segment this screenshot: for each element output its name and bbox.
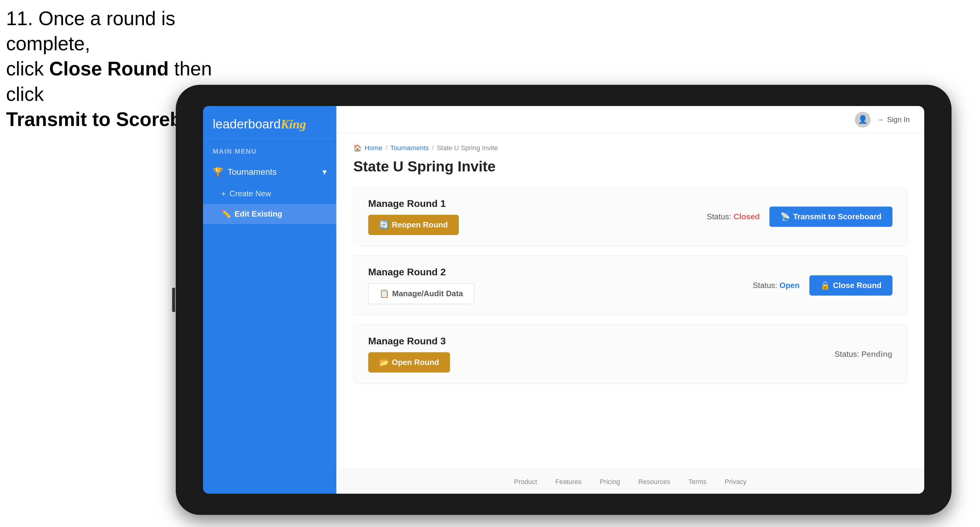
transmit-scoreboard-button[interactable]: 📡 Transmit to Scoreboard xyxy=(769,206,892,227)
edit-icon: ✏️ xyxy=(221,209,231,219)
footer-product[interactable]: Product xyxy=(514,478,537,486)
plus-icon: + xyxy=(221,189,226,198)
app-logo: leaderboardKing xyxy=(213,117,327,132)
round-3-left: Manage Round 3 📂 Open Round xyxy=(368,336,450,373)
round-1-status-value: Closed xyxy=(733,212,760,221)
footer-pricing[interactable]: Pricing xyxy=(600,478,620,486)
sidebar-item-edit-existing[interactable]: ✏️ Edit Existing xyxy=(203,204,336,224)
breadcrumb-current: State U Spring Invite xyxy=(437,144,498,152)
manage-audit-label: Manage/Audit Data xyxy=(392,289,463,298)
tournaments-nav-label: Tournaments xyxy=(228,167,277,177)
breadcrumb: 🏠 Home / Tournaments / State U Spring In… xyxy=(353,144,907,152)
close-round-label: Close Round xyxy=(833,281,881,290)
round-2-section: Manage Round 2 📋 Manage/Audit Data Statu… xyxy=(353,255,907,315)
round-2-status-label: Status: xyxy=(753,281,777,290)
instruction-line2: click xyxy=(6,58,49,79)
sidebar-item-create-new[interactable]: + Create New xyxy=(203,184,336,204)
instruction-line1: 11. Once a round is complete, xyxy=(6,8,175,54)
round-2-title: Manage Round 2 xyxy=(368,267,474,278)
round-1-status-label: Status: xyxy=(707,212,731,221)
open-round-button[interactable]: 📂 Open Round xyxy=(368,352,450,373)
close-round-icon: 🔒 xyxy=(820,281,830,290)
edit-existing-label: Edit Existing xyxy=(235,209,282,219)
logo-brand: King xyxy=(281,117,306,131)
manage-audit-button[interactable]: 📋 Manage/Audit Data xyxy=(368,283,474,304)
reopen-icon: 🔄 xyxy=(379,220,389,230)
reopen-round-button[interactable]: 🔄 Reopen Round xyxy=(368,215,459,235)
footer-terms[interactable]: Terms xyxy=(689,478,707,486)
sign-in-label: Sign In xyxy=(887,115,910,124)
reopen-round-label: Reopen Round xyxy=(392,220,448,230)
footer-features[interactable]: Features xyxy=(555,478,582,486)
open-round-label: Open Round xyxy=(392,358,439,367)
round-3-status-value: Pending xyxy=(861,349,892,359)
avatar: 👤 xyxy=(855,112,870,127)
round-2-right: Status: Open 🔒 Close Round xyxy=(753,275,892,295)
breadcrumb-tournaments[interactable]: Tournaments xyxy=(390,144,429,152)
content-area: 🏠 Home / Tournaments / State U Spring In… xyxy=(336,133,924,470)
close-round-button[interactable]: 🔒 Close Round xyxy=(810,275,892,295)
trophy-icon: 🏆 xyxy=(213,167,223,177)
round-3-status-label: Status: xyxy=(835,349,859,359)
breadcrumb-sep1: / xyxy=(385,144,387,152)
round-3-title: Manage Round 3 xyxy=(368,336,450,347)
round-3-section: Manage Round 3 📂 Open Round Status: Pend… xyxy=(353,324,907,384)
round-1-right: Status: Closed 📡 Transmit to Scoreboard xyxy=(707,206,892,227)
header-bar: 👤 → Sign In xyxy=(336,106,924,133)
tablet-screen: leaderboardKing MAIN MENU 🏆 Tournaments … xyxy=(203,106,924,494)
footer-privacy[interactable]: Privacy xyxy=(725,478,746,486)
breadcrumb-home[interactable]: Home xyxy=(364,144,382,152)
round-2-status: Status: Open xyxy=(753,281,800,290)
logo-area: leaderboardKing xyxy=(203,106,336,139)
round-1-status: Status: Closed xyxy=(707,212,760,221)
round-1-title: Manage Round 1 xyxy=(368,198,459,209)
page-title: State U Spring Invite xyxy=(353,158,907,175)
transmit-icon: 📡 xyxy=(780,212,790,221)
create-new-label: Create New xyxy=(229,189,271,198)
round-2-left: Manage Round 2 📋 Manage/Audit Data xyxy=(368,267,474,304)
instruction-bold1: Close Round xyxy=(49,58,169,79)
sidebar: leaderboardKing MAIN MENU 🏆 Tournaments … xyxy=(203,106,336,494)
sidebar-menu-label: MAIN MENU xyxy=(203,139,336,160)
round-3-right: Status: Pending xyxy=(835,349,892,359)
signin-arrow-icon: → xyxy=(877,115,884,124)
main-content: 👤 → Sign In 🏠 Home / Tournaments xyxy=(336,106,924,494)
audit-icon: 📋 xyxy=(379,289,389,298)
footer-resources[interactable]: Resources xyxy=(638,478,670,486)
user-icon: 👤 xyxy=(858,115,867,124)
round-2-status-value: Open xyxy=(780,281,799,290)
sign-in-button[interactable]: → Sign In xyxy=(877,115,910,124)
round-1-left: Manage Round 1 🔄 Reopen Round xyxy=(368,198,459,235)
tablet-device: leaderboardKing MAIN MENU 🏆 Tournaments … xyxy=(176,85,951,515)
sidebar-item-tournaments[interactable]: 🏆 Tournaments ▾ xyxy=(203,160,336,184)
transmit-scoreboard-label: Transmit to Scoreboard xyxy=(793,212,881,221)
home-icon: 🏠 xyxy=(353,144,361,152)
sidebar-navigation: 🏆 Tournaments ▾ + Create New ✏️ Edit Exi… xyxy=(203,160,336,494)
round-3-status: Status: Pending xyxy=(835,349,892,359)
round-1-section: Manage Round 1 🔄 Reopen Round Status: Cl… xyxy=(353,187,907,246)
footer: Product Features Pricing Resources Terms… xyxy=(336,470,924,494)
chevron-down-icon: ▾ xyxy=(323,167,327,177)
breadcrumb-sep2: / xyxy=(432,144,434,152)
open-round-icon: 📂 xyxy=(379,358,389,367)
tablet-power-button xyxy=(172,288,175,312)
